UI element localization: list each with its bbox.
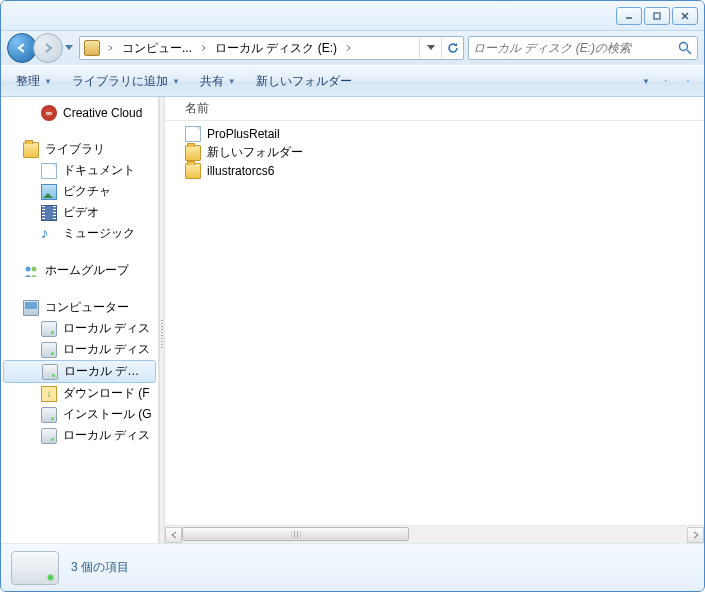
computer-icon xyxy=(23,300,39,316)
svg-point-13 xyxy=(26,266,31,271)
sidebar-item-install[interactable]: インストール (G xyxy=(1,404,158,425)
sidebar-item-local-disk[interactable]: ローカル ディス xyxy=(1,318,158,339)
drive-icon xyxy=(42,364,58,380)
sidebar-item-label: ダウンロード (F xyxy=(63,385,150,402)
file-icon xyxy=(185,126,201,142)
file-list[interactable]: ProPlusRetail 新しいフォルダー illustratorcs6 xyxy=(165,121,704,525)
sidebar-item-label: ローカル ディス xyxy=(63,320,150,337)
drive-icon xyxy=(41,321,57,337)
sidebar-item-label: インストール (G xyxy=(63,406,152,423)
status-text: 3 個の項目 xyxy=(71,559,129,576)
add-to-library-button[interactable]: ライブラリに追加▼ xyxy=(63,69,189,94)
chevron-down-icon: ▼ xyxy=(228,77,236,86)
column-header-name[interactable]: 名前 xyxy=(165,97,704,121)
sidebar-item-computer[interactable]: コンピューター xyxy=(1,297,158,318)
sidebar-item-label: ピクチャ xyxy=(63,183,111,200)
sidebar-item-label: Creative Cloud xyxy=(63,106,142,120)
horizontal-scrollbar[interactable] xyxy=(165,525,704,543)
sidebar-item-libraries[interactable]: ライブラリ xyxy=(1,139,158,160)
sidebar-item-local-disk[interactable]: ローカル ディス xyxy=(1,425,158,446)
organize-label: 整理 xyxy=(16,73,40,90)
sidebar-item-pictures[interactable]: ピクチャ xyxy=(1,181,158,202)
scroll-thumb[interactable] xyxy=(182,527,409,541)
search-input[interactable] xyxy=(473,41,677,55)
libraries-icon xyxy=(23,142,39,158)
video-icon xyxy=(41,205,57,221)
chevron-down-icon: ▼ xyxy=(642,77,650,86)
file-name: 新しいフォルダー xyxy=(207,144,303,161)
sidebar-item-homegroup[interactable]: ホームグループ xyxy=(1,260,158,281)
sidebar-item-label: ローカル ディス xyxy=(64,363,151,380)
drive-large-icon xyxy=(11,551,59,585)
address-dropdown[interactable] xyxy=(419,37,441,59)
sidebar-item-label: ローカル ディス xyxy=(63,427,150,444)
breadcrumb-label: ローカル ディスク (E:) xyxy=(215,40,337,57)
sidebar-item-downloads[interactable]: ダウンロード (F xyxy=(1,383,158,404)
scroll-track[interactable] xyxy=(182,527,687,543)
share-label: 共有 xyxy=(200,73,224,90)
breadcrumb-segment[interactable]: ローカル ディスク (E:) xyxy=(211,37,342,59)
breadcrumb-segment[interactable]: コンピュー... xyxy=(118,37,197,59)
minimize-button[interactable] xyxy=(616,7,642,25)
splitter[interactable] xyxy=(159,97,165,543)
forward-button[interactable] xyxy=(33,33,63,63)
new-folder-button[interactable]: 新しいフォルダー xyxy=(247,69,361,94)
folder-icon xyxy=(185,145,201,161)
svg-rect-9 xyxy=(665,80,667,82)
breadcrumb-root-chevron[interactable] xyxy=(104,37,118,59)
breadcrumb-label: コンピュー... xyxy=(122,40,192,57)
sidebar-item-local-disk-selected[interactable]: ローカル ディス xyxy=(3,360,156,383)
view-options-button[interactable]: ▼ xyxy=(634,71,654,91)
svg-point-14 xyxy=(32,266,37,271)
scroll-right-button[interactable] xyxy=(687,527,704,543)
explorer-window: コンピュー... ローカル ディスク (E:) 整理▼ ライブラリに追加▼ 共有… xyxy=(0,0,705,592)
music-icon: ♪ xyxy=(41,226,57,242)
close-button[interactable] xyxy=(672,7,698,25)
file-item[interactable]: ProPlusRetail xyxy=(165,125,704,143)
column-header-label: 名前 xyxy=(185,100,209,117)
creative-cloud-icon: ∞ xyxy=(41,105,57,121)
help-button[interactable]: ? xyxy=(678,71,698,91)
document-icon xyxy=(41,163,57,179)
svg-text:?: ? xyxy=(688,81,689,82)
sidebar-item-label: ビデオ xyxy=(63,204,99,221)
sidebar-item-label: ライブラリ xyxy=(45,141,105,158)
command-bar: 整理▼ ライブラリに追加▼ 共有▼ 新しいフォルダー ▼ ? xyxy=(1,65,704,97)
svg-point-4 xyxy=(680,43,688,51)
titlebar[interactable] xyxy=(1,1,704,31)
navigation-pane[interactable]: ∞Creative Cloud ライブラリ ドキュメント ピクチャ ビデオ ♪ミ… xyxy=(1,97,159,543)
maximize-button[interactable] xyxy=(644,7,670,25)
breadcrumb-chevron[interactable] xyxy=(342,37,356,59)
drive-icon xyxy=(84,40,100,56)
sidebar-item-music[interactable]: ♪ミュージック xyxy=(1,223,158,244)
breadcrumb-chevron[interactable] xyxy=(197,37,211,59)
navigation-bar: コンピュー... ローカル ディスク (E:) xyxy=(1,31,704,65)
svg-line-5 xyxy=(687,50,691,54)
nav-buttons xyxy=(7,33,75,63)
sidebar-item-label: ドキュメント xyxy=(63,162,135,179)
sidebar-item-creative-cloud[interactable]: ∞Creative Cloud xyxy=(1,103,158,123)
sidebar-item-documents[interactable]: ドキュメント xyxy=(1,160,158,181)
refresh-button[interactable] xyxy=(441,37,463,59)
search-box[interactable] xyxy=(468,36,698,60)
address-bar[interactable]: コンピュー... ローカル ディスク (E:) xyxy=(79,36,464,60)
svg-rect-1 xyxy=(654,13,660,19)
sidebar-item-label: ローカル ディス xyxy=(63,341,150,358)
file-item[interactable]: 新しいフォルダー xyxy=(165,143,704,162)
sidebar-item-label: コンピューター xyxy=(45,299,129,316)
search-icon[interactable] xyxy=(677,40,693,56)
sidebar-item-videos[interactable]: ビデオ xyxy=(1,202,158,223)
new-folder-label: 新しいフォルダー xyxy=(256,73,352,90)
scroll-left-button[interactable] xyxy=(165,527,182,543)
homegroup-icon xyxy=(23,263,39,279)
folder-icon xyxy=(185,163,201,179)
organize-button[interactable]: 整理▼ xyxy=(7,69,61,94)
chevron-down-icon: ▼ xyxy=(172,77,180,86)
content-pane: 名前 ProPlusRetail 新しいフォルダー illustratorcs6 xyxy=(165,97,704,543)
file-item[interactable]: illustratorcs6 xyxy=(165,162,704,180)
nav-history-dropdown[interactable] xyxy=(63,35,75,61)
downloads-icon xyxy=(41,386,57,402)
sidebar-item-local-disk[interactable]: ローカル ディス xyxy=(1,339,158,360)
preview-pane-button[interactable] xyxy=(656,71,676,91)
share-button[interactable]: 共有▼ xyxy=(191,69,245,94)
